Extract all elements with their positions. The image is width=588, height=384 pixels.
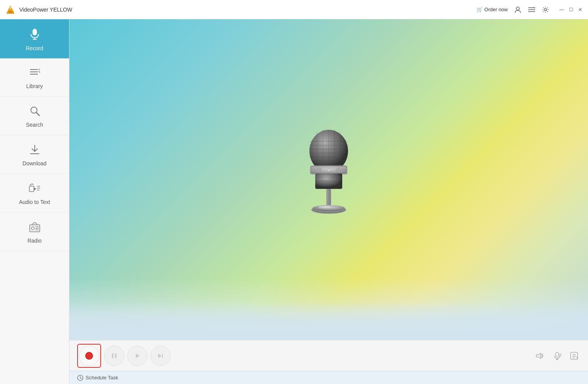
window-controls: — ☐ ✕ (559, 7, 583, 13)
svg-point-8 (544, 8, 547, 11)
svg-rect-1 (8, 11, 12, 13)
play-button[interactable] (127, 346, 147, 366)
sidebar-item-search-label: Search (26, 122, 43, 128)
settings-icon[interactable] (542, 6, 549, 14)
sidebar-item-record-label: Record (26, 45, 43, 51)
audio-to-text-icon (29, 182, 41, 196)
sidebar-item-audio-to-text[interactable]: Audio to Text (0, 174, 69, 212)
svg-rect-62 (115, 353, 117, 358)
svg-rect-9 (33, 29, 37, 35)
app-logo (5, 4, 16, 15)
bottom-toolbar (69, 340, 588, 371)
sidebar-item-download[interactable]: Download (0, 135, 69, 174)
minimize-button[interactable]: — (559, 7, 565, 13)
main-content: Schedule Task (69, 19, 588, 384)
svg-point-60 (318, 206, 330, 208)
clock-icon (77, 375, 83, 381)
svg-marker-21 (34, 187, 36, 190)
library-icon (29, 67, 41, 80)
schedule-task-label: Schedule Task (86, 375, 118, 381)
svg-marker-64 (158, 353, 162, 358)
svg-rect-61 (112, 353, 113, 358)
titlebar: VideoPower YELLOW 🛒 Order now (0, 0, 588, 19)
svg-line-25 (30, 185, 30, 185)
maximize-button[interactable]: ☐ (568, 7, 574, 13)
sidebar: Record Library (0, 19, 69, 384)
svg-rect-67 (556, 352, 559, 357)
cart-icon: 🛒 (476, 7, 483, 12)
search-icon (29, 105, 41, 119)
svg-rect-72 (571, 352, 578, 359)
record-button[interactable] (79, 346, 99, 366)
sidebar-item-radio[interactable]: Radio (0, 212, 69, 251)
sidebar-item-search[interactable]: Search (0, 97, 69, 135)
svg-point-3 (516, 7, 519, 10)
svg-marker-63 (136, 353, 140, 358)
sidebar-item-download-label: Download (22, 160, 46, 167)
list-icon[interactable] (528, 6, 536, 14)
sidebar-item-library[interactable]: Library (0, 59, 69, 97)
titlebar-actions: 🛒 Order now — ☐ ✕ (476, 6, 583, 14)
svg-marker-66 (536, 353, 541, 359)
svg-point-51 (338, 169, 339, 171)
svg-point-59 (313, 205, 345, 211)
app-title: VideoPower YELLOW (19, 7, 476, 13)
sidebar-item-library-label: Library (26, 83, 43, 89)
next-button[interactable] (150, 346, 171, 366)
close-button[interactable]: ✕ (577, 7, 583, 13)
audio-input-icon[interactable] (551, 350, 563, 362)
record-button-wrapper (77, 344, 101, 368)
svg-point-48 (318, 169, 320, 171)
sidebar-item-radio-label: Radio (27, 238, 42, 244)
mic-icon (29, 28, 41, 42)
svg-point-49 (327, 168, 330, 172)
sidebar-item-record[interactable]: Record (0, 19, 69, 59)
svg-line-70 (559, 354, 561, 355)
svg-point-2 (9, 7, 12, 9)
pause-button[interactable] (104, 346, 124, 366)
radio-icon (29, 221, 41, 234)
svg-rect-46 (311, 167, 346, 168)
microphone-illustration (298, 120, 360, 228)
svg-rect-65 (162, 353, 163, 358)
svg-line-78 (80, 378, 81, 379)
svg-rect-20 (29, 186, 34, 192)
sidebar-item-audio-to-text-label: Audio to Text (19, 199, 50, 205)
schedule-task-bar[interactable]: Schedule Task (69, 371, 588, 384)
svg-line-16 (39, 71, 40, 73)
volume-icon[interactable] (534, 350, 546, 362)
app-body: Record Library (0, 19, 588, 384)
main-background (69, 19, 588, 340)
svg-line-18 (36, 112, 39, 116)
order-now-button[interactable]: 🛒 Order now (476, 7, 508, 12)
user-icon[interactable] (514, 6, 522, 14)
record-dot (85, 352, 93, 360)
bg-clouds2 (69, 301, 588, 340)
right-controls (534, 350, 580, 362)
download-icon (29, 144, 41, 157)
svg-line-15 (39, 69, 40, 70)
export-icon[interactable] (568, 350, 580, 362)
svg-point-27 (31, 227, 34, 230)
